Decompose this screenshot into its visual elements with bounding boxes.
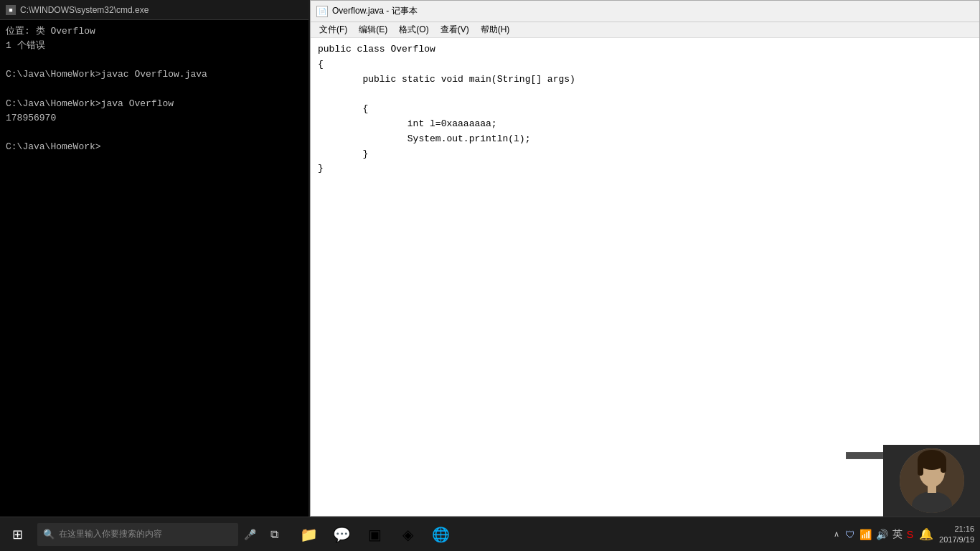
cmd-title-text: C:\WINDOWS\system32\cmd.exe — [20, 5, 149, 15]
taskbar-apps: 📁 💬 ▣ ◈ 🌐 — [290, 519, 828, 550]
notepad-titlebar[interactable]: 📄 Overflow.java - 记事本 — [311, 1, 979, 22]
avatar-image — [900, 448, 964, 513]
notification-icon[interactable]: 🔔 — [919, 527, 933, 541]
taskbar-app-wechat[interactable]: 💬 — [326, 519, 357, 550]
wechat-icon: 💬 — [333, 526, 351, 543]
system-tray-chevron[interactable]: ∧ — [834, 529, 839, 539]
notepad-menubar: 文件(F) 编辑(E) 格式(O) 查看(V) 帮助(H) — [311, 22, 979, 38]
notepad-window: 📄 Overflow.java - 记事本 文件(F) 编辑(E) 格式(O) … — [310, 0, 980, 517]
svg-rect-4 — [941, 458, 946, 473]
search-icon: 🔍 — [43, 529, 55, 540]
notepad-title-text: Overflow.java - 记事本 — [332, 5, 418, 17]
cmd-title-icon: ■ — [6, 5, 16, 15]
system-tray-icons: 🛡 📶 🔊 英 S — [845, 528, 913, 541]
svg-rect-3 — [918, 458, 923, 476]
menu-help[interactable]: 帮助(H) — [475, 22, 516, 37]
search-placeholder: 在这里输入你要搜索的内容 — [59, 528, 162, 540]
start-button[interactable]: ⊞ — [0, 517, 34, 552]
notepad-content[interactable]: public class Overflow { public static vo… — [311, 38, 979, 516]
menu-format[interactable]: 格式(O) — [393, 22, 434, 37]
start-icon: ⊞ — [12, 527, 23, 542]
menu-file[interactable]: 文件(F) — [314, 22, 353, 37]
task-view-button[interactable]: ⧉ — [258, 519, 290, 550]
microphone-button[interactable]: 🎤 — [241, 519, 258, 550]
notepad-title-icon: 📄 — [316, 6, 328, 17]
menu-view[interactable]: 查看(V) — [435, 22, 475, 37]
date-display: 2017/9/19 — [939, 534, 974, 545]
cmd-content: 位置: 类 Overflow 1 个错误 C:\Java\HomeWork>ja… — [0, 20, 308, 517]
shield-icon[interactable]: 🛡 — [845, 529, 855, 540]
taskbar: ⊞ 🔍 在这里输入你要搜索的内容 🎤 ⧉ 📁 💬 ▣ ◈ 🌐 ∧ 🛡 📶 🔊 英 — [0, 517, 980, 551]
side-avatar — [883, 445, 980, 517]
cmd-titlebar[interactable]: ■ C:\WINDOWS\system32\cmd.exe — [0, 0, 308, 20]
taskbar-app-browser[interactable]: 🌐 — [425, 519, 456, 550]
taskbar-app-explorer[interactable]: 📁 — [293, 519, 324, 550]
taskbar-right: ∧ 🛡 📶 🔊 英 S 🔔 21:16 2017/9/19 — [828, 524, 980, 545]
network-icon[interactable]: 📶 — [859, 529, 872, 540]
search-bar[interactable]: 🔍 在这里输入你要搜索的内容 — [37, 523, 238, 546]
antivirus-icon[interactable]: S — [907, 529, 913, 540]
menu-edit[interactable]: 编辑(E) — [353, 22, 393, 37]
media-icon: ◈ — [402, 526, 413, 543]
input-method-icon[interactable]: 英 — [892, 528, 903, 541]
taskbar-app-terminal[interactable]: ▣ — [359, 519, 390, 550]
system-clock: 21:16 2017/9/19 — [939, 524, 974, 545]
volume-icon[interactable]: 🔊 — [876, 529, 888, 540]
cmd-window: ■ C:\WINDOWS\system32\cmd.exe 位置: 类 Over… — [0, 0, 308, 517]
lang-badge[interactable]: 英简 — [846, 452, 883, 459]
time-display: 21:16 — [939, 524, 974, 534]
terminal-icon: ▣ — [368, 526, 382, 543]
taskbar-app-media[interactable]: ◈ — [392, 519, 423, 550]
explorer-icon: 📁 — [300, 526, 318, 543]
browser-icon: 🌐 — [432, 526, 450, 543]
svg-rect-6 — [928, 484, 936, 493]
